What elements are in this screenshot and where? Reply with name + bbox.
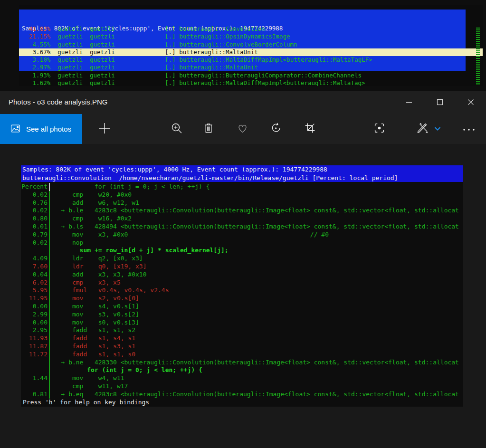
photos-window: Photos - o3 code analysis.PNG [0, 91, 486, 448]
asm-line: 0.01 → b.ls 428494 <butteraugli::Convolu… [21, 223, 463, 231]
line-percent: 11.72 [21, 351, 48, 359]
line-code: cmp w20, #0x0 [50, 191, 132, 199]
line-percent [21, 359, 48, 367]
line-code: for (int j = 0; j < len; ++j) { [50, 183, 210, 191]
edit-create-button[interactable] [413, 119, 433, 139]
line-percent: 0.79 [21, 231, 48, 239]
visual-search-button[interactable] [369, 119, 389, 139]
line-code: mov s4, v0.s[1] [50, 303, 139, 311]
more-button[interactable] [459, 119, 479, 139]
line-percent: 0.02 [21, 207, 48, 215]
close-button[interactable] [455, 91, 486, 114]
asm-line: 2.95 fadd s1, s1, s2 [21, 326, 463, 334]
line-percent: 4.09 [21, 255, 48, 263]
asm-line: sum += row_in[d + j] * scaled_kernel[j]; [21, 247, 463, 255]
line-percent: 0.01 [21, 223, 48, 231]
delete-button[interactable] [199, 119, 219, 139]
asm-line: 1.44 mov w4, w11 [21, 374, 463, 382]
line-code: for (int j = 0; j < len; ++j) { [50, 366, 202, 374]
see-all-photos-label: See all photos [26, 125, 71, 133]
line-code: cmp w11, w17 [50, 382, 128, 391]
row-text: guetzli guetzli [.] butteraugli::MaltaDi… [50, 79, 365, 86]
line-code: fadd s1, s4, s1 [50, 334, 135, 343]
image-icon [10, 124, 20, 135]
line-percent: 5.95 [21, 286, 48, 295]
line-percent [21, 247, 48, 255]
line-code: fadd s1, s3, s1 [50, 343, 135, 351]
line-code: nop [50, 239, 83, 247]
minimize-icon [406, 99, 412, 107]
asm-line: 11.72 fadd s1, s1, s0 [21, 351, 463, 359]
asm-line: 0.02 nop [21, 239, 463, 247]
asm-line: 11.87 fadd s1, s3, s1 [21, 343, 463, 351]
zoom-button[interactable] [167, 119, 187, 139]
asm-line: Percent for (int j = 0; j < len; ++j) { [21, 183, 463, 191]
perf-report-terminal[interactable]: Samples: 802K of event 'cycles:uppp', Ev… [19, 5, 483, 86]
line-code: ldr q2, [x0, x3] [50, 255, 143, 263]
line-code: cmp x3, x5 [50, 279, 121, 287]
perf-report-row[interactable]: 1.93% guetzli guetzli [.] butteraugli::B… [19, 72, 483, 79]
line-code: fadd s1, s1, s2 [50, 326, 135, 334]
see-all-photos-button[interactable]: See all photos [0, 114, 82, 144]
maximize-button[interactable] [424, 91, 455, 114]
row-text: guetzli guetzli [.] butteraugli::MaltaDi… [50, 56, 372, 63]
overhead-percent: 21.15% [22, 33, 50, 40]
line-percent: 0.02 [21, 191, 48, 199]
edit-create-dropdown[interactable] [431, 119, 444, 139]
asm-line: → b.ne 428330 <butteraugli::Convolution(… [21, 359, 463, 367]
asm-line: 0.00 mov s4, v0.s[1] [21, 303, 463, 311]
rotate-button[interactable] [266, 119, 286, 139]
asm-line: 7.60 ldr q0, [x19, x3] [21, 263, 463, 271]
asm-line: 0.79 mov x3, #0x0 // #0 [21, 231, 463, 239]
trash-icon [203, 122, 214, 135]
overhead-percent: 41.83% [22, 25, 50, 32]
add-button[interactable] [95, 119, 114, 139]
overhead-percent: 1.93% [22, 72, 50, 79]
perf-report-row[interactable]: 4.55% guetzli guetzli [.] butteraugli::C… [19, 41, 483, 48]
row-text: guetzli guetzli [.] butteraugli::OpsinDy… [50, 33, 290, 40]
perf-report-row[interactable]: 41.83% guetzli guetzli [.] butteraugli::… [19, 25, 483, 33]
overhead-percent: 3.67% [22, 48, 50, 56]
row-text: guetzli guetzli [.] butteraugli::Convolu… [50, 25, 265, 32]
asm-line: 0.02 → b.le 4283c8 <butteraugli::Convolu… [21, 207, 463, 215]
perf-report-row[interactable]: 3.10% guetzli guetzli [.] butteraugli::M… [19, 56, 483, 64]
annotate-header-line1: Samples: 802K of event 'cycles:uppp', 40… [21, 165, 463, 174]
perf-report-rows: 41.83% guetzli guetzli [.] butteraugli::… [19, 25, 483, 86]
crop-button[interactable] [300, 119, 320, 139]
line-percent: 11.87 [21, 343, 48, 351]
line-code: cmp w16, #0x2 [50, 215, 132, 223]
line-percent: 11.93 [21, 334, 48, 343]
asm-line: 0.80 cmp w16, #0x2 [21, 215, 463, 223]
asm-line: 6.02 cmp x3, x5 [21, 279, 463, 287]
asm-line: 0.02 cmp w20, #0x0 [21, 191, 463, 199]
perf-report-row[interactable]: 2.97% guetzli guetzli [.] butteraugli::M… [19, 64, 483, 71]
perf-report-row[interactable]: 21.15% guetzli guetzli [.] butteraugli::… [19, 33, 483, 40]
line-percent [21, 382, 48, 391]
row-text: guetzli guetzli [.] butteraugli::MaltaUn… [50, 48, 258, 56]
row-text: guetzli guetzli [.] butteraugli::Buttera… [50, 72, 362, 79]
line-percent: 6.02 [21, 279, 48, 287]
line-code: → b.le 4283c8 <butteraugli::Convolution(… [50, 207, 459, 215]
line-code: → b.ls 428494 <butteraugli::Convolution(… [50, 223, 459, 231]
asm-line: 0.81 → b.eq 4283c8 <butteraugli::Convolu… [21, 391, 463, 399]
line-code: mov x3, #0x0 // #0 [50, 231, 329, 239]
asm-line: 5.95 fmul v0.4s, v0.4s, v2.4s [21, 286, 463, 295]
overhead-percent: 2.97% [22, 64, 50, 71]
zoom-in-icon [171, 122, 183, 136]
asm-line: 4.09 ldr q2, [x0, x3] [21, 255, 463, 263]
asm-line: cmp w11, w17 [21, 382, 463, 391]
perf-report-row[interactable]: 1.62% guetzli guetzli [.] butteraugli::M… [19, 79, 483, 86]
perf-report-row[interactable]: 3.67% guetzli guetzli [.] butteraugli::M… [19, 48, 483, 56]
line-percent: Percent [21, 183, 48, 191]
asm-line: 11.95 mov s2, v0.s[0] [21, 295, 463, 303]
heart-icon [236, 122, 249, 136]
close-icon [467, 99, 474, 107]
favorite-button[interactable] [232, 119, 252, 139]
minimize-button[interactable] [393, 91, 424, 114]
chevron-down-icon [434, 125, 441, 133]
line-percent: 0.00 [21, 319, 48, 327]
line-code: add w6, w12, w1 [50, 199, 139, 207]
line-code: mov s2, v0.s[0] [50, 295, 139, 303]
row-text: guetzli guetzli [.] butteraugli::Convolv… [50, 41, 297, 48]
overhead-percent: 3.10% [22, 56, 50, 63]
